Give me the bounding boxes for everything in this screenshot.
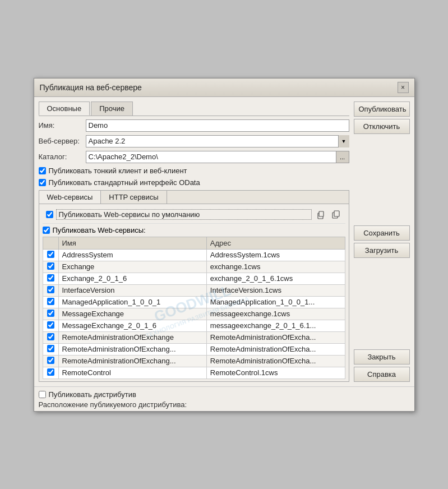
- row-name: Exchange: [58, 261, 206, 273]
- row-checkbox[interactable]: [47, 251, 54, 258]
- webserver-row: Веб-сервер: Apache 2.2 IIS Apache 2.4 ▼: [39, 135, 349, 147]
- distributor-location-label: Расположение публикуемого дистрибутива:: [39, 400, 410, 409]
- row-checkbox[interactable]: [47, 286, 54, 293]
- row-address: exchange.1cws: [206, 261, 345, 273]
- row-name: InterfaceVersion: [58, 284, 206, 296]
- publish-default-label: Публиковать Web-сервисы по умолчанию: [56, 209, 312, 220]
- table-row[interactable]: RemoteAdministrationOfExchang... RemoteA…: [43, 355, 345, 367]
- row-name: RemoteControl: [58, 367, 206, 379]
- row-address: messageexchange_2_0_1_6.1...: [206, 320, 345, 331]
- odata-check-row: Публиковать стандартный интерфейс OData: [39, 178, 349, 187]
- inner-tab-section: Web-сервисы HTTP сервисы Публиковать Web…: [39, 190, 349, 382]
- table-row[interactable]: InterfaceVersion InterfaceVersion.1cws: [43, 284, 345, 296]
- row-checkbox-cell[interactable]: [43, 296, 58, 308]
- save-button[interactable]: Сохранить: [354, 225, 410, 241]
- distributor-label: Публиковать дистрибутив: [49, 390, 136, 399]
- row-address: RemoteControl.1cws: [206, 367, 345, 379]
- row-checkbox[interactable]: [47, 298, 54, 305]
- row-checkbox-cell[interactable]: [43, 320, 58, 331]
- publish-default-row: Публиковать Web-сервисы по умолчанию: [43, 206, 345, 224]
- row-checkbox-cell[interactable]: [43, 343, 58, 355]
- row-checkbox-cell[interactable]: [43, 331, 58, 343]
- row-checkbox[interactable]: [47, 333, 54, 340]
- webserver-select[interactable]: Apache 2.2 IIS Apache 2.4: [86, 135, 349, 147]
- table-row[interactable]: RemoteAdministrationOfExchange RemoteAdm…: [43, 331, 345, 343]
- thin-client-checkbox[interactable]: [39, 167, 46, 174]
- browse-button[interactable]: ...: [336, 151, 349, 163]
- row-checkbox[interactable]: [47, 310, 54, 317]
- name-label: Имя:: [39, 121, 82, 130]
- row-checkbox-cell[interactable]: [43, 367, 58, 379]
- catalog-row: Каталог: ...: [39, 151, 349, 163]
- row-address: InterfaceVersion.1cws: [206, 284, 345, 296]
- distributor-check-row: Публиковать дистрибутив: [39, 390, 410, 399]
- col-header-name: Имя: [58, 237, 206, 249]
- inner-tab-row: Web-сервисы HTTP сервисы: [39, 191, 349, 204]
- row-address: messageexchange.1cws: [206, 308, 345, 320]
- row-checkbox-cell[interactable]: [43, 273, 58, 284]
- table-row[interactable]: AddressSystem AddressSystem.1cws: [43, 249, 345, 261]
- inner-content: Публиковать Web-сервисы по умолчанию Пуб…: [39, 204, 349, 381]
- distributor-checkbox[interactable]: [39, 391, 46, 398]
- row-checkbox[interactable]: [47, 345, 54, 352]
- col-header-address: Адрес: [206, 237, 345, 249]
- tab-other[interactable]: Прочие: [91, 102, 133, 116]
- row-checkbox[interactable]: [47, 321, 54, 329]
- row-checkbox-cell[interactable]: [43, 261, 58, 273]
- table-row[interactable]: MessageExchange messageexchange.1cws: [43, 308, 345, 320]
- table-row[interactable]: Exchange exchange.1cws: [43, 261, 345, 273]
- inner-tab-http-services[interactable]: HTTP сервисы: [101, 191, 167, 204]
- thin-client-check-row: Публиковать тонкий клиент и веб-клиент: [39, 167, 349, 175]
- publish-web-checkbox[interactable]: [43, 227, 50, 234]
- catalog-input-wrap: ...: [86, 151, 349, 163]
- row-name: RemoteAdministrationOfExchang...: [58, 343, 206, 355]
- row-name: RemoteAdministrationOfExchang...: [58, 355, 206, 367]
- row-checkbox-cell[interactable]: [43, 355, 58, 367]
- close-dialog-button[interactable]: ×: [398, 82, 409, 93]
- table-row[interactable]: RemoteControl RemoteControl.1cws: [43, 367, 345, 379]
- publish-default-checkbox[interactable]: [46, 211, 53, 218]
- table-row[interactable]: MessageExchange_2_0_1_6 messageexchange_…: [43, 320, 345, 331]
- webserver-label: Веб-сервер:: [39, 137, 82, 145]
- row-checkbox[interactable]: [47, 262, 54, 270]
- col-header-check: [43, 237, 58, 249]
- row-checkbox[interactable]: [47, 368, 54, 376]
- main-panel: Основные Прочие Имя: Веб-сервер: Apache …: [39, 102, 349, 382]
- svg-rect-3: [334, 211, 339, 216]
- table-row[interactable]: ManagedApplication_1_0_0_1 ManagedApplic…: [43, 296, 345, 308]
- thin-client-label: Публиковать тонкий клиент и веб-клиент: [49, 167, 187, 175]
- publish-button[interactable]: Опубликовать: [354, 102, 410, 117]
- copy-icon-btn-1[interactable]: [315, 209, 327, 221]
- main-tab-row: Основные Прочие: [39, 102, 349, 116]
- help-button[interactable]: Справка: [354, 367, 410, 382]
- row-name: AddressSystem: [58, 249, 206, 261]
- tab-main[interactable]: Основные: [39, 102, 90, 116]
- row-name: Exchange_2_0_1_6: [58, 273, 206, 284]
- row-checkbox[interactable]: [47, 274, 54, 282]
- copy-icon-btn-2[interactable]: [330, 209, 342, 221]
- inner-tab-web-services[interactable]: Web-сервисы: [39, 191, 101, 204]
- name-input[interactable]: [86, 119, 349, 132]
- dialog-title: Публикация на веб-сервере: [40, 83, 142, 92]
- row-checkbox[interactable]: [47, 357, 54, 364]
- row-address: RemoteAdministrationOfExcha...: [206, 331, 345, 343]
- row-name: ManagedApplication_1_0_0_1: [58, 296, 206, 308]
- publish-web-check-row: Публиковать Web-сервисы:: [43, 226, 345, 234]
- row-checkbox-cell[interactable]: [43, 284, 58, 296]
- name-row: Имя:: [39, 119, 349, 132]
- table-row[interactable]: RemoteAdministrationOfExchang... RemoteA…: [43, 343, 345, 355]
- row-address: AddressSystem.1cws: [206, 249, 345, 261]
- side-buttons-panel: Опубликовать Отключить Сохранить Загрузи…: [354, 102, 410, 382]
- load-button[interactable]: Загрузить: [354, 243, 410, 258]
- row-checkbox-cell[interactable]: [43, 308, 58, 320]
- odata-checkbox[interactable]: [39, 179, 46, 186]
- catalog-input[interactable]: [86, 151, 336, 163]
- row-address: RemoteAdministrationOfExcha...: [206, 343, 345, 355]
- disconnect-button[interactable]: Отключить: [354, 119, 410, 134]
- close-button[interactable]: Закрыть: [354, 349, 410, 365]
- row-checkbox-cell[interactable]: [43, 249, 58, 261]
- table-row[interactable]: Exchange_2_0_1_6 exchange_2_0_1_6.1cws: [43, 273, 345, 284]
- odata-label: Публиковать стандартный интерфейс OData: [49, 178, 200, 187]
- row-name: RemoteAdministrationOfExchange: [58, 331, 206, 343]
- services-table-wrap[interactable]: GOODWILL ТЕХНОЛОГИЯ РАЗВИТИЯ БИЗНЕСА Имя…: [43, 237, 345, 379]
